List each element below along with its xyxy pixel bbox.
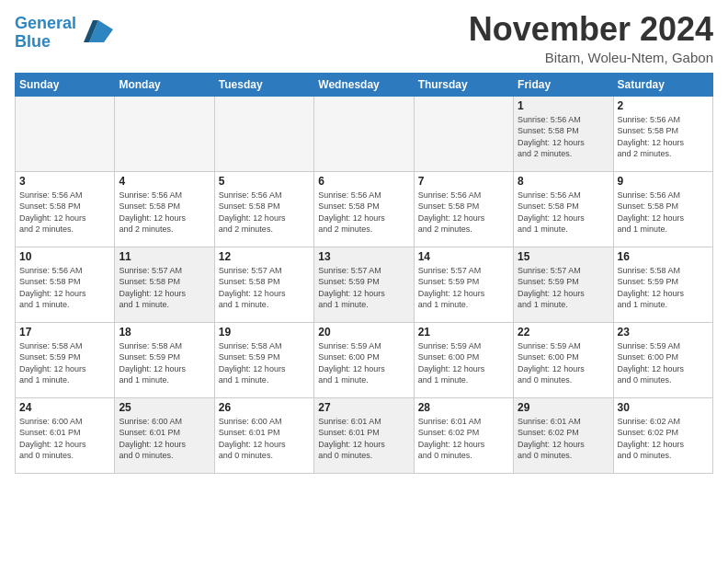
logo-text: General Blue [15,15,76,52]
calendar-cell: 2Sunrise: 5:56 AM Sunset: 5:58 PM Daylig… [613,96,712,171]
page: General Blue November 2024 Bitam, Woleu-… [0,0,728,563]
header: General Blue November 2024 Bitam, Woleu-… [15,11,713,65]
day-number: 17 [19,326,110,339]
day-info: Sunrise: 6:01 AM Sunset: 6:02 PM Dayligh… [518,416,609,462]
calendar-cell: 4Sunrise: 5:56 AM Sunset: 5:58 PM Daylig… [115,171,214,247]
calendar-cell: 27Sunrise: 6:01 AM Sunset: 6:01 PM Dayli… [314,397,414,473]
day-number: 3 [19,175,110,188]
col-monday: Monday [115,73,214,96]
calendar-cell: 8Sunrise: 5:56 AM Sunset: 5:58 PM Daylig… [514,171,613,247]
day-info: Sunrise: 5:56 AM Sunset: 5:58 PM Dayligh… [418,190,509,236]
calendar-cell: 13Sunrise: 5:57 AM Sunset: 5:59 PM Dayli… [314,247,414,322]
calendar-cell [16,96,115,171]
day-number: 24 [19,401,110,414]
calendar-cell: 22Sunrise: 5:59 AM Sunset: 6:00 PM Dayli… [514,322,613,397]
calendar-week-4: 17Sunrise: 5:58 AM Sunset: 5:59 PM Dayli… [16,322,713,397]
day-info: Sunrise: 5:57 AM Sunset: 5:58 PM Dayligh… [219,265,310,311]
day-number: 30 [618,401,709,414]
day-number: 28 [418,401,509,414]
day-number: 6 [318,175,409,188]
day-number: 26 [219,401,310,414]
day-number: 10 [19,250,110,263]
logo: General Blue [15,15,113,52]
calendar-header-row: Sunday Monday Tuesday Wednesday Thursday… [16,73,713,96]
day-info: Sunrise: 5:56 AM Sunset: 5:58 PM Dayligh… [618,114,709,160]
col-tuesday: Tuesday [214,73,313,96]
calendar-table: Sunday Monday Tuesday Wednesday Thursday… [15,73,713,474]
month-title: November 2024 [469,11,713,48]
calendar-cell: 6Sunrise: 5:56 AM Sunset: 5:58 PM Daylig… [314,171,414,247]
day-number: 18 [119,326,210,339]
day-info: Sunrise: 6:02 AM Sunset: 6:02 PM Dayligh… [618,416,709,462]
day-number: 16 [618,250,709,263]
day-info: Sunrise: 5:56 AM Sunset: 5:58 PM Dayligh… [19,265,110,311]
col-wednesday: Wednesday [314,73,414,96]
calendar-cell: 1Sunrise: 5:56 AM Sunset: 5:58 PM Daylig… [514,96,613,171]
calendar-cell: 5Sunrise: 5:56 AM Sunset: 5:58 PM Daylig… [214,171,313,247]
calendar-cell: 10Sunrise: 5:56 AM Sunset: 5:58 PM Dayli… [16,247,115,322]
day-info: Sunrise: 5:58 AM Sunset: 5:59 PM Dayligh… [19,340,110,386]
day-info: Sunrise: 5:58 AM Sunset: 5:59 PM Dayligh… [219,340,310,386]
day-number: 9 [618,175,709,188]
day-info: Sunrise: 6:01 AM Sunset: 6:01 PM Dayligh… [318,416,409,462]
day-number: 23 [618,326,709,339]
day-number: 8 [518,175,609,188]
col-saturday: Saturday [613,73,712,96]
calendar-cell [214,96,313,171]
day-info: Sunrise: 5:59 AM Sunset: 6:00 PM Dayligh… [318,340,409,386]
day-number: 19 [219,326,310,339]
calendar-week-1: 1Sunrise: 5:56 AM Sunset: 5:58 PM Daylig… [16,96,713,171]
calendar-cell: 19Sunrise: 5:58 AM Sunset: 5:59 PM Dayli… [214,322,313,397]
day-info: Sunrise: 5:57 AM Sunset: 5:59 PM Dayligh… [318,265,409,311]
day-number: 12 [219,250,310,263]
calendar-cell: 29Sunrise: 6:01 AM Sunset: 6:02 PM Dayli… [514,397,613,473]
day-info: Sunrise: 5:57 AM Sunset: 5:58 PM Dayligh… [119,265,210,311]
day-info: Sunrise: 5:57 AM Sunset: 5:59 PM Dayligh… [518,265,609,311]
day-number: 4 [119,175,210,188]
calendar-cell: 20Sunrise: 5:59 AM Sunset: 6:00 PM Dayli… [314,322,414,397]
calendar-cell: 21Sunrise: 5:59 AM Sunset: 6:00 PM Dayli… [414,322,513,397]
day-number: 22 [518,326,609,339]
calendar-cell: 7Sunrise: 5:56 AM Sunset: 5:58 PM Daylig… [414,171,513,247]
location: Bitam, Woleu-Ntem, Gabon [469,50,713,65]
col-friday: Friday [514,73,613,96]
title-block: November 2024 Bitam, Woleu-Ntem, Gabon [469,11,713,65]
day-info: Sunrise: 6:00 AM Sunset: 6:01 PM Dayligh… [119,416,210,462]
day-number: 11 [119,250,210,263]
calendar-cell: 23Sunrise: 5:59 AM Sunset: 6:00 PM Dayli… [613,322,712,397]
calendar-cell: 17Sunrise: 5:58 AM Sunset: 5:59 PM Dayli… [16,322,115,397]
day-number: 1 [518,99,609,112]
day-number: 25 [119,401,210,414]
day-info: Sunrise: 5:59 AM Sunset: 6:00 PM Dayligh… [518,340,609,386]
calendar-cell: 16Sunrise: 5:58 AM Sunset: 5:59 PM Dayli… [613,247,712,322]
day-info: Sunrise: 5:59 AM Sunset: 6:00 PM Dayligh… [618,340,709,386]
col-thursday: Thursday [414,73,513,96]
day-number: 29 [518,401,609,414]
day-info: Sunrise: 5:56 AM Sunset: 5:58 PM Dayligh… [318,190,409,236]
logo-icon [80,17,113,46]
day-info: Sunrise: 5:56 AM Sunset: 5:58 PM Dayligh… [618,190,709,236]
day-info: Sunrise: 5:56 AM Sunset: 5:58 PM Dayligh… [518,114,609,160]
calendar-cell: 18Sunrise: 5:58 AM Sunset: 5:59 PM Dayli… [115,322,214,397]
calendar-cell: 3Sunrise: 5:56 AM Sunset: 5:58 PM Daylig… [16,171,115,247]
day-info: Sunrise: 5:56 AM Sunset: 5:58 PM Dayligh… [518,190,609,236]
calendar-week-2: 3Sunrise: 5:56 AM Sunset: 5:58 PM Daylig… [16,171,713,247]
calendar-cell [414,96,513,171]
calendar-cell: 9Sunrise: 5:56 AM Sunset: 5:58 PM Daylig… [613,171,712,247]
day-number: 7 [418,175,509,188]
day-number: 15 [518,250,609,263]
day-info: Sunrise: 6:00 AM Sunset: 6:01 PM Dayligh… [19,416,110,462]
day-number: 5 [219,175,310,188]
day-number: 13 [318,250,409,263]
day-info: Sunrise: 5:59 AM Sunset: 6:00 PM Dayligh… [418,340,509,386]
calendar-week-3: 10Sunrise: 5:56 AM Sunset: 5:58 PM Dayli… [16,247,713,322]
day-info: Sunrise: 5:56 AM Sunset: 5:58 PM Dayligh… [119,190,210,236]
day-info: Sunrise: 6:00 AM Sunset: 6:01 PM Dayligh… [219,416,310,462]
col-sunday: Sunday [16,73,115,96]
calendar-cell: 30Sunrise: 6:02 AM Sunset: 6:02 PM Dayli… [613,397,712,473]
calendar-cell: 28Sunrise: 6:01 AM Sunset: 6:02 PM Dayli… [414,397,513,473]
day-number: 20 [318,326,409,339]
day-number: 21 [418,326,509,339]
day-info: Sunrise: 5:57 AM Sunset: 5:59 PM Dayligh… [418,265,509,311]
calendar-cell: 24Sunrise: 6:00 AM Sunset: 6:01 PM Dayli… [16,397,115,473]
